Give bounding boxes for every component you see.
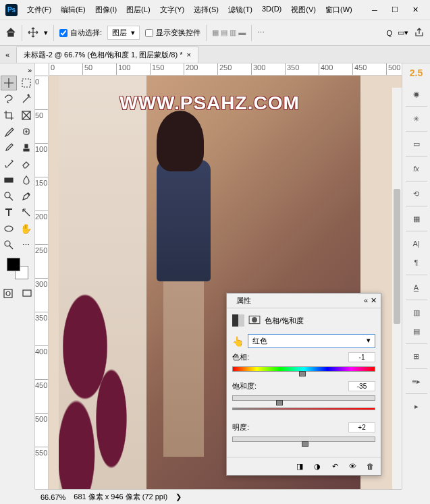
- chevron-down-icon[interactable]: ▾: [44, 28, 48, 37]
- ruler-horizontal[interactable]: 050100150200250300350400450500: [49, 63, 402, 76]
- hue-label: 色相:: [232, 352, 266, 362]
- marquee-tool[interactable]: [18, 76, 34, 90]
- eraser-tool[interactable]: [18, 157, 34, 171]
- screenmode-icon[interactable]: [19, 286, 35, 301]
- color-swatches[interactable]: [7, 258, 28, 279]
- clip-icon[interactable]: ◨: [293, 460, 306, 472]
- history-icon[interactable]: ▭: [407, 135, 426, 152]
- lasso-tool[interactable]: [1, 92, 17, 107]
- character-icon[interactable]: A|: [407, 235, 426, 252]
- svg-rect-3: [5, 178, 13, 182]
- autoselect-dropdown[interactable]: 图层▾: [107, 26, 140, 40]
- channels-icon[interactable]: ▤: [407, 323, 426, 340]
- brush-tool[interactable]: [1, 140, 17, 155]
- showtransform-checkbox[interactable]: [145, 29, 153, 37]
- zoom-tool[interactable]: [1, 237, 17, 252]
- channel-select[interactable]: 红色▾: [248, 334, 375, 348]
- menu-type[interactable]: 文字(Y): [156, 2, 189, 18]
- menu-layer[interactable]: 图层(L): [122, 2, 154, 18]
- type-tool[interactable]: [1, 205, 17, 220]
- view-previous-icon[interactable]: ◑: [311, 460, 324, 472]
- autoselect-checkbox[interactable]: [59, 29, 68, 37]
- dodge-tool[interactable]: [1, 189, 17, 204]
- path-tool[interactable]: [18, 205, 34, 220]
- properties-tab[interactable]: 属性: [231, 294, 257, 307]
- eyedropper-tool[interactable]: [1, 124, 17, 139]
- paragraph-icon[interactable]: ¶: [407, 254, 426, 271]
- collapse-icon[interactable]: «: [5, 51, 9, 59]
- search-icon[interactable]: Q: [386, 29, 392, 37]
- swatches-icon[interactable]: ▦: [407, 210, 426, 227]
- status-more-icon[interactable]: ❯: [176, 493, 182, 501]
- minimize-icon[interactable]: ─: [365, 3, 384, 17]
- menu-edit[interactable]: 编辑(E): [57, 2, 90, 18]
- wand-tool[interactable]: [18, 92, 34, 107]
- frame-tool[interactable]: [18, 108, 34, 123]
- color-wheel-icon[interactable]: ◉: [407, 85, 426, 103]
- fg-color-swatch[interactable]: [7, 258, 20, 271]
- heal-tool[interactable]: [18, 124, 34, 139]
- menu-3d[interactable]: 3D(D): [258, 2, 286, 18]
- document-tab[interactable]: 未标题-2 @ 66.7% (色相/饱和度 1, 图层蒙版/8) * ×: [16, 47, 198, 63]
- close-icon[interactable]: ✕: [406, 3, 425, 17]
- gradient-tool[interactable]: [1, 173, 17, 188]
- quickmask-icon[interactable]: [0, 286, 16, 301]
- ruler-vertical[interactable]: 050100150200250300350400450500550: [35, 76, 49, 489]
- crop-tool[interactable]: [1, 108, 17, 123]
- autoselect-label: 自动选择:: [70, 28, 102, 38]
- menu-file[interactable]: 文件(F): [23, 2, 55, 18]
- panel-collapse-icon[interactable]: «: [364, 296, 368, 305]
- blur-tool[interactable]: [18, 173, 34, 188]
- reset-icon[interactable]: ↶: [328, 460, 342, 472]
- layers-icon[interactable]: ▥: [407, 304, 426, 321]
- align-icons[interactable]: ▦ ▤ ▥ ▬: [212, 28, 246, 37]
- svg-point-8: [6, 291, 10, 296]
- edit-toolbar[interactable]: ⋯: [18, 237, 34, 252]
- menu-view[interactable]: 视图(V): [287, 2, 320, 18]
- scrollbar-vertical[interactable]: [392, 88, 402, 489]
- menu-filter[interactable]: 滤镜(T): [224, 2, 257, 18]
- hand-preset-icon[interactable]: 👆: [232, 336, 244, 347]
- move-tool-icon[interactable]: [28, 27, 38, 39]
- styles-icon[interactable]: fx: [407, 160, 426, 177]
- home-icon[interactable]: [5, 27, 16, 39]
- zoom-level[interactable]: 66.67%: [41, 493, 65, 501]
- hue-input[interactable]: [348, 352, 375, 362]
- tab-close-icon[interactable]: ×: [187, 51, 191, 59]
- lightness-input[interactable]: [348, 422, 375, 432]
- saturation-slider[interactable]: [232, 395, 375, 405]
- doc-dimensions: 681 像素 x 946 像素 (72 ppi): [74, 492, 167, 502]
- stamp-tool[interactable]: [18, 140, 34, 155]
- actions-icon[interactable]: ≡▸: [407, 372, 426, 390]
- workspace-icon[interactable]: ▭▾: [398, 28, 408, 37]
- saturation-input[interactable]: [348, 381, 375, 391]
- glyphs-icon[interactable]: A: [407, 279, 426, 296]
- mask-icon[interactable]: [248, 314, 261, 327]
- libraries-icon[interactable]: ⊞: [407, 347, 426, 365]
- more-icon[interactable]: ⋯: [257, 28, 265, 37]
- toolbox-collapse-icon[interactable]: »: [28, 66, 32, 74]
- delete-icon[interactable]: 🗑: [363, 460, 377, 472]
- move-tool[interactable]: [1, 76, 17, 90]
- brush-size-value[interactable]: 2.5: [410, 67, 423, 78]
- menu-window[interactable]: 窗口(W): [321, 2, 356, 18]
- brushes-icon[interactable]: ✳: [407, 110, 426, 128]
- panel-close-icon[interactable]: ✕: [371, 296, 377, 305]
- adjustment-icon: [232, 314, 244, 327]
- history-brush-tool[interactable]: [1, 157, 17, 171]
- maximize-icon[interactable]: ☐: [385, 3, 404, 17]
- share-icon[interactable]: [414, 27, 425, 39]
- timeline-icon[interactable]: ▸: [407, 397, 426, 415]
- status-bar: 66.67% 681 像素 x 946 像素 (72 ppi) ❯: [35, 489, 402, 504]
- hand-tool[interactable]: ✋: [18, 221, 34, 236]
- lightness-label: 明度:: [232, 422, 266, 432]
- visibility-icon[interactable]: 👁: [346, 460, 359, 472]
- adjustments-icon[interactable]: ⟲: [407, 185, 426, 202]
- pen-tool[interactable]: [18, 189, 34, 204]
- shape-tool[interactable]: [1, 221, 17, 236]
- adjustment-name: 色相/饱和度: [265, 316, 304, 326]
- menu-image[interactable]: 图像(I): [91, 2, 121, 18]
- lightness-slider[interactable]: [232, 437, 375, 446]
- menu-select[interactable]: 选择(S): [190, 2, 223, 18]
- hue-slider[interactable]: [232, 366, 375, 376]
